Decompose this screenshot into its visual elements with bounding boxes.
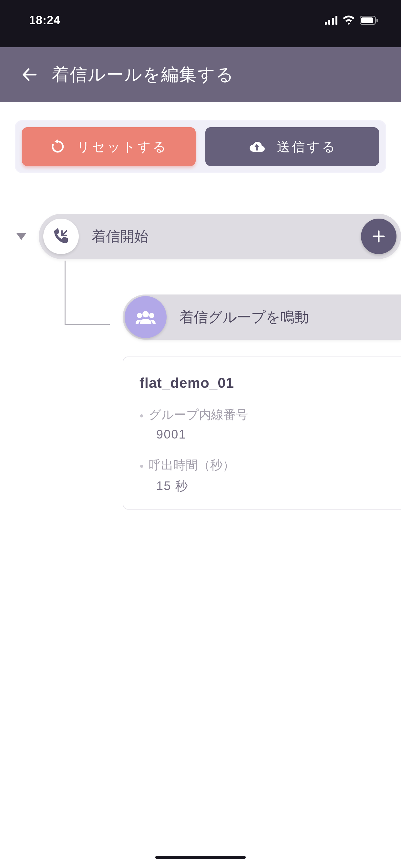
back-button[interactable] <box>19 65 39 84</box>
flow-child-label: 着信グループを鳴動 <box>180 308 309 327</box>
home-indicator <box>155 856 246 859</box>
signal-icon <box>325 16 338 25</box>
page-title: 着信ルールを編集する <box>52 63 234 87</box>
reset-button[interactable]: リセットする <box>22 127 196 166</box>
send-button-label: 送信する <box>277 138 337 156</box>
detail-ringtime-value: 15 秒 <box>156 478 385 494</box>
app-bar: 着信ルールを編集する <box>0 47 401 102</box>
action-button-container: リセットする 送信する <box>0 102 401 185</box>
svg-rect-6 <box>376 19 378 22</box>
incoming-call-icon <box>52 228 70 245</box>
svg-point-8 <box>137 313 142 318</box>
svg-rect-0 <box>325 22 327 25</box>
reset-button-label: リセットする <box>77 138 168 156</box>
detail-extension-label: グループ内線番号 <box>140 407 385 423</box>
flow-area: 着信開始 着信グループを鳴動 flat_demo_01 グループ内線番号 900… <box>0 185 401 509</box>
group-icon-wrap <box>125 296 166 338</box>
svg-point-7 <box>143 311 149 317</box>
cloud-upload-icon <box>248 140 266 154</box>
svg-rect-5 <box>361 18 373 23</box>
collapse-toggle[interactable] <box>16 233 27 240</box>
back-arrow-icon <box>22 67 36 82</box>
flow-child-row: 着信グループを鳴動 <box>123 294 401 340</box>
svg-rect-1 <box>328 20 330 25</box>
svg-point-9 <box>149 313 154 318</box>
add-step-button[interactable] <box>361 219 397 254</box>
detail-ringtime: 呼出時間（秒） 15 秒 <box>140 457 385 494</box>
svg-rect-2 <box>332 18 334 25</box>
detail-group-name: flat_demo_01 <box>140 375 385 391</box>
wifi-icon <box>342 16 355 25</box>
svg-rect-3 <box>335 16 337 25</box>
status-time: 18:24 <box>29 13 60 27</box>
detail-extension: グループ内線番号 9001 <box>140 407 385 441</box>
detail-extension-value: 9001 <box>156 428 385 441</box>
detail-ringtime-label: 呼出時間（秒） <box>140 457 385 473</box>
send-button[interactable]: 送信する <box>205 127 379 166</box>
plus-icon <box>372 230 385 243</box>
reset-icon <box>50 139 66 154</box>
status-icons <box>325 16 378 25</box>
flow-connector <box>65 260 110 325</box>
flow-start-row: 着信開始 <box>16 214 401 259</box>
detail-card: flat_demo_01 グループ内線番号 9001 呼出時間（秒） 15 秒 <box>123 356 401 509</box>
flow-child-pill[interactable]: 着信グループを鳴動 <box>123 294 401 340</box>
incoming-call-icon-wrap <box>43 219 79 254</box>
group-icon <box>135 310 156 324</box>
battery-icon <box>360 16 378 25</box>
flow-start-label: 着信開始 <box>92 227 149 246</box>
flow-start-pill[interactable]: 着信開始 <box>39 214 401 259</box>
status-bar: 18:24 <box>0 0 401 47</box>
